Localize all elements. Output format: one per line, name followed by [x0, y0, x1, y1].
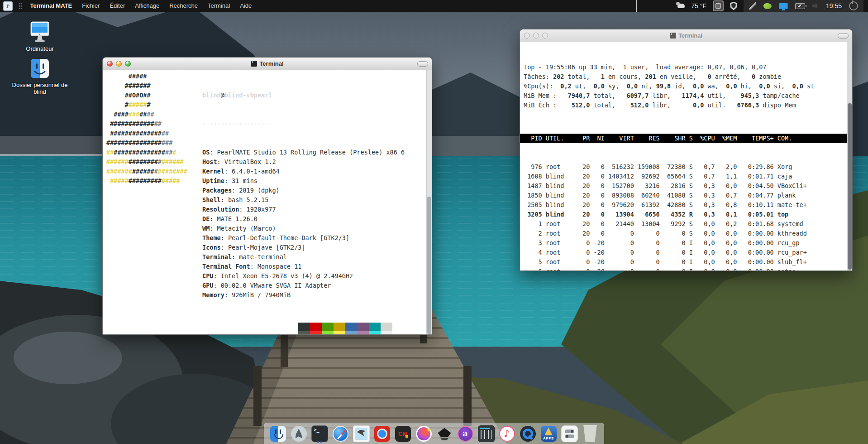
desktop-icon-computer[interactable]: Ordinateur	[12, 21, 68, 52]
temperature-label[interactable]: 75 °F	[691, 2, 706, 10]
neofetch-info-line: Terminal Font: Monospace 11	[202, 262, 405, 271]
ascii-line: ##############	[106, 119, 202, 129]
scrollbar[interactable]	[426, 70, 432, 334]
minimize-button[interactable]	[533, 33, 539, 39]
neofetch-info-line: DE: MATE 1.26.0	[202, 214, 405, 224]
neofetch-info-line: Uptime: 31 mins	[202, 176, 405, 186]
dock-item-terminal[interactable]	[310, 425, 329, 443]
dock-item-amarok[interactable]: a	[456, 425, 474, 443]
dock-item-web-browser[interactable]	[331, 425, 349, 443]
ascii-line: ###########	[106, 110, 202, 119]
process-row: 976 root 20 0 516232 159008 72380 S 0,7 …	[524, 162, 846, 172]
screenshot-icon[interactable]	[713, 0, 724, 11]
titlebar[interactable]: Terminal	[103, 58, 432, 70]
close-button[interactable]	[524, 33, 530, 39]
process-row: 3205 blind 20 0 13904 6656 4352 R 0,3 0,…	[524, 210, 846, 219]
terminal-content[interactable]: top - 19:55:06 up 33 min, 1 user, load a…	[520, 42, 852, 270]
palette-swatch	[357, 323, 369, 331]
menu-recherche[interactable]: Recherche	[164, 0, 203, 12]
distro-logo-icon[interactable]: P	[3, 1, 13, 11]
terminal-content[interactable]: ##### ####### ##O#O## ####### ##########…	[103, 70, 432, 334]
dock-item-inkscape[interactable]	[435, 425, 453, 443]
shade-button[interactable]	[417, 61, 428, 67]
dock-item-launchpad[interactable]	[290, 425, 308, 443]
quicktime-icon	[520, 426, 536, 442]
menu-fichier[interactable]: Fichier	[77, 0, 105, 12]
weather-icon[interactable]	[677, 4, 685, 8]
shield-icon[interactable]	[730, 2, 737, 10]
shade-button[interactable]	[838, 33, 849, 39]
ascii-line: #######	[106, 100, 202, 110]
neofetch-info-line: OS: PearlMATE Studio 13 Rolling Release …	[202, 148, 405, 157]
amarok-icon: a	[458, 426, 473, 442]
neofetch-info-line: Host: VirtualBox 1.2	[202, 157, 405, 167]
notification-area: 19:55	[744, 0, 863, 12]
menubar: P ⣿ Terminal MATEFichierÉditerAffichageR…	[0, 0, 868, 12]
palette-swatch	[298, 323, 310, 331]
scrollbar-thumb[interactable]	[427, 197, 431, 334]
neofetch-info-line: Terminal: mate-terminal	[202, 252, 405, 262]
titlebar[interactable]: Terminal	[520, 29, 852, 42]
menu-aide[interactable]: Aide	[235, 0, 257, 12]
audio-mixer-icon	[478, 425, 495, 442]
web-browser-alt-icon	[416, 426, 432, 442]
stylus-icon[interactable]	[749, 2, 756, 10]
volume-muted-icon[interactable]	[812, 3, 819, 9]
dock-item-audio-mixer[interactable]	[477, 425, 495, 443]
window-title: Terminal	[520, 32, 852, 39]
dock-item-mail[interactable]	[352, 425, 370, 443]
scrollbar-thumb[interactable]	[848, 103, 852, 270]
clock-label[interactable]: 19:55	[826, 2, 842, 10]
screen-recorder-icon	[374, 426, 390, 442]
battery-icon[interactable]	[795, 3, 805, 9]
menu-affichage[interactable]: Affichage	[130, 0, 164, 12]
dock-item-file-manager[interactable]	[269, 425, 287, 443]
dock-item-quicktime[interactable]	[519, 425, 537, 443]
desktop-icon-home-folder[interactable]: Dossier personnel de blind	[12, 58, 68, 95]
system-tray: 75 °F 19:55	[677, 0, 868, 12]
running-indicator	[317, 441, 322, 443]
neofetch-info-line: GPU: 00:02.0 VMware SVGA II Adapter	[202, 281, 405, 290]
scrollbar[interactable]	[847, 42, 852, 270]
menu-terminal[interactable]: Terminal	[203, 0, 235, 12]
dock-item-preferences[interactable]	[560, 425, 578, 443]
terminal-icon	[251, 61, 257, 67]
dock-item-trash[interactable]	[581, 425, 599, 443]
palette-swatch	[310, 323, 322, 331]
terminal-window-top: Terminal top - 19:55:06 up 33 min, 1 use…	[520, 29, 853, 271]
top-process-table: 976 root 20 0 516232 159008 72380 S 0,7 …	[524, 162, 846, 270]
top-summary-line: MiB Mem : 7940,7 total, 6097,7 libr, 117…	[524, 91, 846, 101]
dock: CMa♪APPS	[264, 423, 604, 444]
neofetch-info-line: Theme: Pearl-Default-Theme-Dark [GTK2/3]	[202, 233, 405, 243]
updates-icon[interactable]	[763, 3, 772, 9]
panel-grip-handle[interactable]: ⣿	[18, 4, 22, 8]
neofetch-info-line: CPU: Intel Xeon E5-2678 v3 (4) @ 2.494GH…	[202, 271, 405, 281]
dock-item-screen-recorder[interactable]	[373, 425, 391, 443]
cm-app-icon: CM	[395, 426, 411, 442]
dock-item-web-browser-alt[interactable]	[415, 425, 433, 443]
maximize-button[interactable]	[542, 33, 548, 39]
menu-editer[interactable]: Éditer	[105, 0, 130, 12]
neofetch-ascii-art: ##### ####### ##O#O## ####### ##########…	[106, 72, 202, 334]
panel-separator	[636, 0, 637, 12]
minimize-button[interactable]	[116, 61, 122, 67]
display-icon[interactable]	[779, 3, 788, 9]
close-button[interactable]	[107, 61, 113, 67]
desktop-icon-label: Ordinateur	[12, 45, 68, 52]
neofetch-info-line: WM: Metacity (Marco)	[202, 224, 405, 233]
process-row: 3 root 0 -20 0 0 0 I 0,0 0,0 0:00.00 rcu…	[524, 238, 846, 248]
top-table-header: PID UTIL. PR NI VIRT RES SHR S %CPU %MEM…	[520, 134, 852, 143]
ascii-line: #####################	[106, 157, 202, 167]
palette-swatch	[369, 323, 381, 331]
process-row: 6 root 0 -20 0 0 0 I 0,0 0,0 0:00.00 net…	[524, 267, 846, 270]
dock-item-music-player[interactable]: ♪	[498, 425, 516, 443]
music-player-icon: ♪	[499, 426, 515, 442]
dock-item-cm-app[interactable]: CM	[394, 425, 412, 443]
shutdown-icon[interactable]	[849, 1, 858, 10]
dock-item-app-store[interactable]: APPS	[539, 425, 558, 443]
neofetch-info-line: Kernel: 6.4.0-1-amd64	[202, 167, 405, 176]
file-manager-icon	[270, 426, 286, 442]
trash-icon	[582, 425, 599, 442]
menu-terminal-mate[interactable]: Terminal MATE	[25, 0, 77, 12]
maximize-button[interactable]	[125, 61, 131, 67]
